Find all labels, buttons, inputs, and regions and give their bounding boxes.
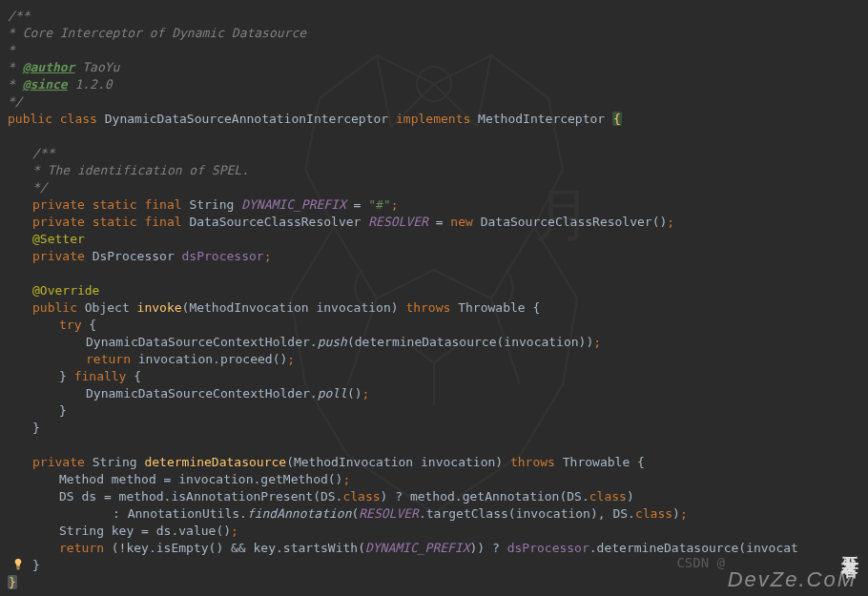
doc-start: /** bbox=[8, 9, 30, 23]
field-resolver: private static final DataSourceClassReso… bbox=[29, 214, 868, 231]
field-dynamic-prefix: private static final String DYNAMIC_PREF… bbox=[29, 196, 868, 214]
csdn-watermark: CSDN @ bbox=[676, 554, 725, 571]
stmt-poll: DynamicDataSourceContextHolder.poll(); bbox=[82, 385, 868, 402]
doc-since: 1.2.0 bbox=[68, 77, 113, 92]
class-declaration: public class DynamicDataSourceAnnotation… bbox=[4, 111, 868, 128]
code-editor[interactable]: /** * Core Interceptor of Dynamic Dataso… bbox=[0, 0, 868, 596]
method-invoke: public Object invoke(MethodInvocation in… bbox=[29, 299, 868, 317]
doc-blank: * bbox=[8, 43, 15, 57]
doc-end: */ bbox=[8, 94, 23, 109]
stmt-method: Method method = invocation.getMethod(); bbox=[55, 471, 868, 488]
override-annotation: @Override bbox=[32, 283, 99, 298]
doc-desc: * Core Interceptor of Dynamic Datasource bbox=[8, 26, 306, 40]
doc-author-tag: @author bbox=[23, 60, 75, 74]
doc-author: TaoYu bbox=[74, 60, 119, 74]
devze-watermark: DevZe.CoM bbox=[728, 571, 857, 588]
doc-since-tag: @since bbox=[23, 77, 68, 92]
stmt-push: DynamicDataSourceContextHolder.push(dete… bbox=[82, 334, 868, 351]
stmt-key: String key = ds.value(); bbox=[55, 523, 868, 540]
dev-logo-cn: 开发者 bbox=[841, 543, 858, 548]
lightbulb-icon[interactable] bbox=[11, 557, 25, 575]
field-dsprocessor: private DsProcessor dsProcessor; bbox=[29, 248, 868, 265]
method-determine: private String determineDatasource(Metho… bbox=[29, 454, 868, 471]
stmt-return-proceed: return invocation.proceed(); bbox=[82, 351, 868, 368]
setter-annotation: @Setter bbox=[32, 232, 85, 246]
stmt-ds: DS ds = method.isAnnotationPresent(DS.cl… bbox=[55, 488, 868, 505]
closing-brace: } bbox=[8, 575, 17, 589]
stmt-return-key: return (!key.isEmpty() && key.startsWith… bbox=[55, 540, 868, 557]
